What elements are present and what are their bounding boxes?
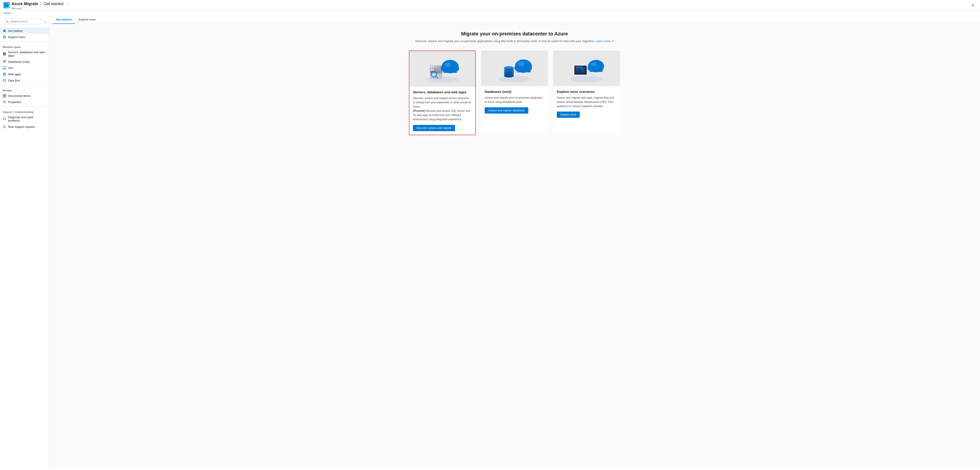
sidebar-item-servers-db-webapps[interactable]: Servers, databases and web apps: [0, 49, 49, 59]
svg-point-76: [591, 62, 597, 66]
svg-rect-70: [576, 70, 584, 70]
sidebar-label-support-request: New support request: [8, 125, 35, 129]
support-request-icon: [3, 125, 6, 129]
sidebar-label-get-started: Get started: [8, 29, 22, 32]
sidebar-item-properties[interactable]: Properties: [0, 99, 49, 105]
app-separator: |: [40, 2, 41, 6]
card-image-databases: [481, 51, 548, 86]
properties-icon: [3, 100, 6, 104]
card-body-databases: Databases (only) Assess and migrate your…: [481, 86, 548, 135]
sidebar-item-vdi[interactable]: VDI: [0, 65, 49, 71]
provider-label: Microsoft: [11, 7, 72, 10]
card-image-explore: [553, 51, 620, 86]
sidebar-label-discovered-items: Discovered items: [8, 94, 30, 97]
card-illustration-servers: [418, 53, 467, 84]
svg-point-43: [440, 69, 441, 70]
card-title-explore: Explore more scenarios: [557, 90, 617, 94]
breadcrumb: Home ›: [0, 11, 980, 16]
svg-point-32: [4, 125, 5, 127]
more-options-button[interactable]: ···: [65, 1, 72, 7]
svg-rect-47: [444, 68, 457, 73]
svg-rect-42: [433, 68, 434, 70]
sidebar-item-explore-more[interactable]: Explore more: [0, 34, 49, 40]
svg-rect-41: [431, 68, 432, 70]
sidebar: 🔍 « Get started Expl: [0, 16, 49, 468]
svg-rect-38: [431, 66, 432, 68]
svg-point-31: [4, 118, 5, 118]
card-body-servers: Servers, databases and web apps Discover…: [409, 87, 475, 135]
tab-get-started[interactable]: Get started: [52, 16, 75, 24]
svg-point-16: [3, 73, 6, 75]
svg-rect-26: [5, 96, 6, 97]
learn-more-link[interactable]: Learn more ↗: [596, 40, 614, 43]
get-started-icon: [3, 29, 6, 32]
find-expert-link[interactable]: find: [542, 40, 547, 43]
card-desc-normal-explore: Assess and migrate web apps, migrate dat…: [557, 96, 614, 108]
svg-rect-67: [576, 67, 582, 67]
breadcrumb-home[interactable]: Home: [3, 11, 11, 15]
search-box[interactable]: 🔍: [3, 19, 41, 24]
subtext2: an expert: [547, 40, 559, 43]
breadcrumb-separator: ›: [11, 11, 13, 15]
nav-tabs: Get started Explore more: [49, 16, 980, 24]
sidebar-item-support-request[interactable]: New support request: [0, 124, 49, 130]
subtext1: Discover, assess and migrate your on-pre…: [415, 40, 541, 43]
card-desc-servers: Discover, assess and migrate servers (ph…: [413, 96, 472, 122]
discover-assess-migrate-button[interactable]: Discover, assess and migrate: [413, 125, 455, 131]
servers-icon: [3, 52, 6, 56]
svg-rect-7: [3, 55, 6, 56]
search-row: 🔍 «: [0, 17, 49, 27]
card-servers-db-webapps: Servers, databases and web apps Discover…: [409, 51, 476, 135]
svg-rect-24: [5, 94, 6, 95]
search-icon: 🔍: [6, 20, 9, 23]
app-branding: Azure Migrate | Get started ··· Microsof…: [3, 1, 72, 10]
card-image-servers: [409, 51, 475, 87]
sidebar-item-diagnose[interactable]: Diagnose and solve problems: [0, 114, 49, 124]
svg-point-8: [5, 53, 6, 53]
search-input[interactable]: [10, 20, 39, 23]
explore-more-icon: [3, 35, 6, 39]
sidebar-item-web-apps[interactable]: Web apps: [0, 71, 49, 77]
databases-icon: [3, 60, 6, 64]
sidebar-item-discovered-items[interactable]: Discovered items: [0, 93, 49, 99]
card-illustration-databases: [490, 53, 539, 84]
app-title: Azure Migrate: [11, 2, 38, 6]
section-support: Support + troubleshooting: [0, 108, 49, 114]
svg-point-17: [4, 73, 5, 75]
sidebar-label-explore-more: Explore more: [8, 35, 25, 39]
page-subtext: Discover, assess and migrate your on-pre…: [60, 39, 969, 43]
svg-point-71: [581, 67, 583, 70]
discovered-items-icon: [3, 94, 6, 97]
title-group: Azure Migrate | Get started ··· Microsof…: [11, 1, 72, 10]
sidebar-divider-2: [0, 85, 49, 85]
tab-explore-more[interactable]: Explore more: [75, 16, 99, 24]
svg-rect-61: [517, 68, 531, 72]
page-header: Migrate your on-premises datacenter to A…: [60, 31, 969, 43]
svg-rect-25: [3, 96, 4, 97]
subtext3: to help with your migration.: [560, 40, 595, 43]
sidebar-label-diagnose: Diagnose and solve problems: [8, 116, 46, 122]
close-button[interactable]: ✕: [969, 2, 977, 9]
top-bar: Azure Migrate | Get started ··· Microsof…: [0, 0, 980, 11]
sidebar-label-properties: Properties: [8, 100, 21, 104]
svg-rect-68: [576, 68, 585, 68]
card-desc-normal-databases: Assess and migrate your on-premises data…: [485, 96, 542, 103]
svg-rect-23: [3, 94, 4, 95]
explore-more-button[interactable]: Explore more: [557, 111, 580, 118]
card-explore-more: Explore more scenarios Assess and migrat…: [553, 51, 620, 135]
card-body-explore: Explore more scenarios Assess and migrat…: [553, 86, 620, 135]
svg-rect-39: [433, 66, 434, 68]
page-heading: Migrate your on-premises datacenter to A…: [60, 31, 969, 37]
collapse-button[interactable]: «: [43, 19, 47, 25]
sidebar-item-get-started[interactable]: Get started: [0, 28, 49, 34]
card-title-databases: Databases (only): [485, 90, 544, 94]
sidebar-item-databases-only[interactable]: Databases (only): [0, 59, 49, 65]
card-desc-databases: Assess and migrate your on-premises data…: [485, 96, 544, 104]
card-desc-explore: Assess and migrate web apps, migrate dat…: [557, 96, 617, 109]
sidebar-item-data-box[interactable]: Data Box: [0, 77, 49, 84]
cards-row: Servers, databases and web apps Discover…: [60, 51, 969, 135]
sidebar-label-vdi: VDI: [8, 66, 13, 70]
assess-migrate-databases-button[interactable]: Assess and migrate databases: [485, 107, 528, 114]
svg-point-52: [498, 76, 531, 82]
sidebar-label-servers-db-webapps: Servers, databases and web apps: [8, 51, 46, 57]
